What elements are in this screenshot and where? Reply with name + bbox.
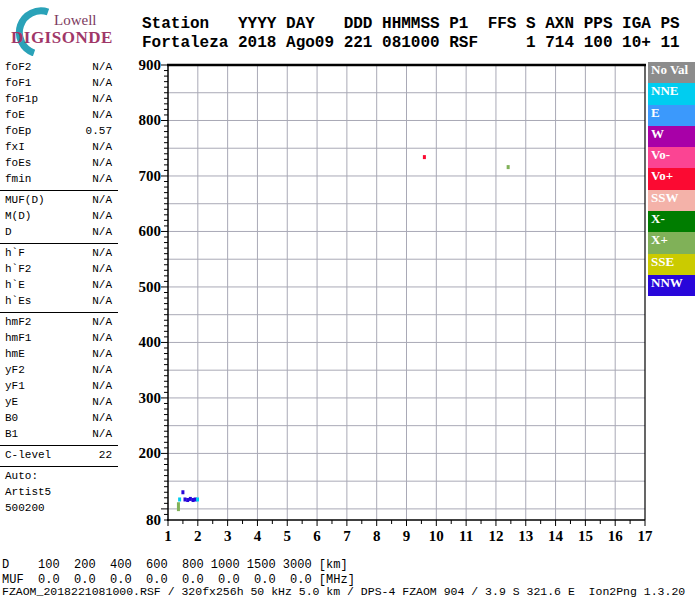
- legend-item-vo+: Vo+: [648, 168, 695, 189]
- echo-point: [189, 497, 192, 501]
- y-axis-label: 80: [146, 512, 161, 528]
- legend-item-nnw: NNW: [648, 275, 695, 296]
- legend-item-vo-: Vo-: [648, 147, 695, 168]
- y-axis-label: 900: [139, 57, 162, 73]
- y-axis-label: 200: [139, 445, 162, 461]
- ionogram-plot: 9008007006005004003002008012345678910111…: [0, 0, 700, 600]
- echo-segment: [177, 502, 180, 511]
- x-axis-label: 9: [403, 528, 411, 544]
- y-axis-label: 400: [139, 334, 162, 350]
- file-status-line: FZAOM_2018221081000.RSF / 320fx256h 50 k…: [2, 585, 685, 598]
- x-axis-label: 17: [638, 528, 654, 544]
- y-axis-label: 500: [139, 279, 162, 295]
- y-axis-label: 800: [139, 112, 162, 128]
- legend-item-noval: No Val: [648, 62, 695, 83]
- echo-point: [181, 490, 184, 494]
- echo-point: [423, 155, 426, 159]
- y-axis-label: 300: [139, 390, 162, 406]
- x-axis-label: 8: [373, 528, 381, 544]
- x-axis-label: 16: [608, 528, 624, 544]
- echo-point: [507, 165, 510, 169]
- legend-item-nne: NNE: [648, 83, 695, 104]
- y-axis-label: 600: [139, 223, 162, 239]
- x-axis-label: 11: [459, 528, 473, 544]
- x-axis-label: 12: [488, 528, 503, 544]
- legend-item-x-: X-: [648, 211, 695, 232]
- y-axis-label: 700: [139, 168, 162, 184]
- legend-item-e: E: [648, 105, 695, 126]
- x-axis-label: 7: [343, 528, 351, 544]
- x-axis-label: 13: [518, 528, 533, 544]
- x-axis-label: 4: [254, 528, 262, 544]
- legend-item-sse: SSE: [648, 254, 695, 275]
- legend-item-x+: X+: [648, 232, 695, 253]
- x-axis-label: 6: [313, 528, 321, 544]
- echo-point: [178, 497, 181, 501]
- x-axis-label: 1: [164, 528, 172, 544]
- status-color-legend: No ValNNEEWVo-Vo+SSWX-X+SSENNW: [648, 62, 695, 296]
- legend-item-ssw: SSW: [648, 190, 695, 211]
- x-axis-label: 5: [284, 528, 292, 544]
- echo-point: [183, 497, 186, 501]
- distance-row: D 100 200 400 600 800 1000 1500 3000 [km…: [2, 558, 348, 572]
- x-axis-label: 2: [194, 528, 202, 544]
- legend-item-w: W: [648, 126, 695, 147]
- x-axis-label: 10: [429, 528, 444, 544]
- x-axis-label: 15: [578, 528, 593, 544]
- echo-point: [196, 497, 199, 501]
- echo-point: [186, 498, 189, 502]
- x-axis-label: 3: [224, 528, 232, 544]
- x-axis-label: 14: [548, 528, 564, 544]
